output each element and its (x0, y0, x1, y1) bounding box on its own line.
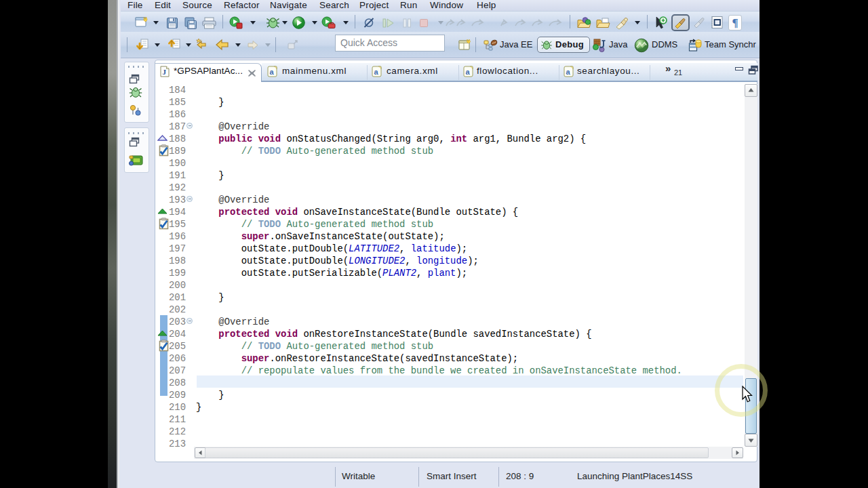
svg-text:J: J (162, 68, 166, 76)
svg-text:a: a (465, 68, 470, 76)
svg-text:a: a (566, 68, 570, 76)
svg-text:a: a (374, 68, 378, 76)
svg-text:a: a (269, 68, 274, 76)
